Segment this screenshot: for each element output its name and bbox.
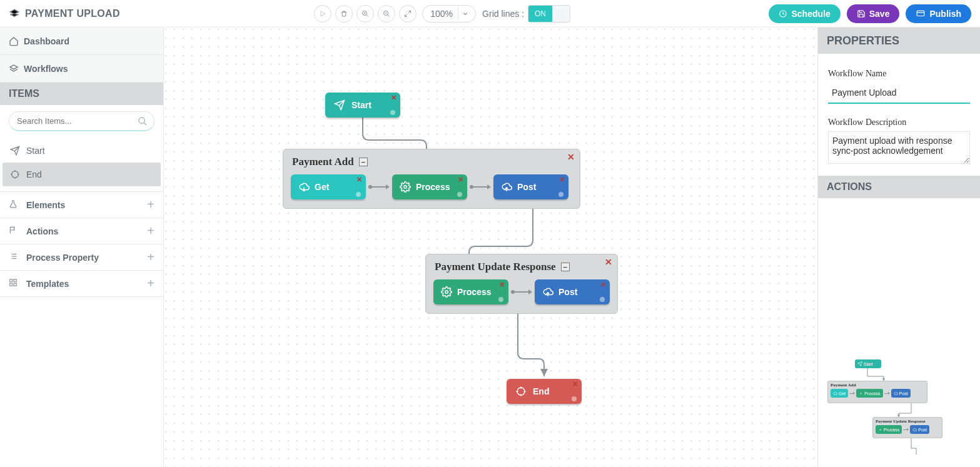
- close-icon[interactable]: ✕: [605, 257, 612, 267]
- home-icon: [9, 36, 19, 46]
- search-input-wrap: [9, 111, 154, 131]
- minimap[interactable]: Start Payment Add Get Process Post Payme…: [824, 354, 974, 461]
- workflow-name-label: Workflow Name: [828, 69, 970, 79]
- fullscreen-button[interactable]: [399, 5, 417, 23]
- svg-line-16: [144, 123, 146, 125]
- zoom-in-button[interactable]: [356, 5, 374, 23]
- svg-rect-30: [10, 283, 13, 286]
- play-button[interactable]: [314, 5, 331, 23]
- collapse-icon[interactable]: –: [561, 263, 570, 271]
- gear-icon: [441, 286, 452, 298]
- close-icon[interactable]: ✕: [458, 176, 463, 184]
- chevron-down-icon: [458, 7, 472, 21]
- svg-rect-28: [10, 279, 13, 282]
- step-get[interactable]: Get✕: [291, 174, 366, 199]
- zoom-select[interactable]: 100%: [422, 5, 476, 23]
- page-title: PAYMENT UPLOAD: [9, 8, 120, 19]
- items-title: ITEMS: [0, 83, 163, 105]
- close-icon[interactable]: ✕: [391, 94, 397, 102]
- acc-actions[interactable]: Actions+: [0, 218, 163, 244]
- node-end[interactable]: End ✕: [507, 379, 582, 404]
- search-input[interactable]: [16, 116, 138, 126]
- gear-icon: [400, 181, 411, 193]
- close-icon[interactable]: ✕: [559, 176, 565, 184]
- mm-group1: Payment Add Get Process Post: [827, 381, 927, 403]
- close-icon[interactable]: ✕: [567, 152, 575, 162]
- publish-icon: [916, 9, 926, 18]
- step-post[interactable]: Post✕: [493, 174, 568, 199]
- node-start[interactable]: Start ✕: [325, 93, 400, 118]
- svg-point-17: [12, 171, 19, 178]
- group-title: Payment Add–: [283, 149, 580, 171]
- edges-layer: [164, 28, 817, 467]
- workflow-desc-textarea[interactable]: [828, 131, 970, 164]
- svg-marker-0: [10, 9, 19, 14]
- search-icon: [138, 116, 148, 126]
- close-icon[interactable]: ✕: [572, 380, 578, 388]
- close-icon[interactable]: ✕: [499, 281, 505, 289]
- acc-process-property[interactable]: Process Property+: [0, 244, 163, 271]
- acc-elements[interactable]: Elements+: [0, 192, 163, 218]
- group-payment-update-response[interactable]: ✕ Payment Update Response– Process✕ Post…: [425, 254, 618, 314]
- palette-start[interactable]: Start: [3, 139, 161, 163]
- collapse-icon[interactable]: –: [359, 158, 368, 166]
- cloud-download-icon: [298, 181, 310, 193]
- minimap-edges: [824, 354, 974, 461]
- nav-workflows[interactable]: Workflows: [0, 55, 163, 83]
- acc-templates[interactable]: Templates+: [0, 271, 163, 297]
- svg-line-7: [388, 14, 390, 16]
- svg-point-15: [139, 118, 144, 123]
- zoom-out-button[interactable]: [378, 5, 395, 23]
- mm-group2: Payment Update Response Process Post: [872, 417, 942, 438]
- canvas[interactable]: Start ✕ ✕ Payment Add– Get✕ Process✕ Pos…: [164, 28, 817, 467]
- mm-node-start: Start: [855, 359, 881, 368]
- clock-icon: [779, 9, 787, 18]
- svg-marker-1: [321, 11, 325, 16]
- target-icon: [515, 386, 527, 397]
- properties-panel: PROPERTIES Workflow Name Workflow Descri…: [817, 28, 980, 467]
- gridlines-on: ON: [528, 6, 552, 22]
- send-icon: [10, 146, 20, 156]
- nav-dashboard[interactable]: Dashboard: [0, 28, 163, 55]
- flask-icon: [9, 199, 20, 210]
- step-post[interactable]: Post✕: [535, 279, 610, 304]
- properties-title: PROPERTIES: [818, 28, 980, 54]
- publish-button[interactable]: Publish: [906, 4, 971, 23]
- group-title: Payment Update Response–: [426, 254, 617, 276]
- schedule-button[interactable]: Schedule: [769, 4, 840, 23]
- group-payment-add[interactable]: ✕ Payment Add– Get✕ Process✕ Post✕: [283, 149, 580, 209]
- grid-icon: [9, 278, 20, 289]
- save-button[interactable]: Save: [847, 4, 900, 23]
- gridlines-off: [552, 6, 570, 22]
- svg-rect-29: [14, 279, 16, 282]
- arrow-icon: [470, 184, 491, 189]
- arrow-icon: [368, 184, 390, 189]
- list-icon: [9, 252, 20, 263]
- workflow-name-input[interactable]: [828, 83, 970, 104]
- flag-icon: [9, 226, 20, 236]
- palette-end[interactable]: End: [3, 163, 161, 186]
- gridlines-toggle[interactable]: ON: [528, 5, 570, 23]
- delete-button[interactable]: [335, 5, 353, 23]
- page-title-text: PAYMENT UPLOAD: [25, 8, 120, 19]
- step-process[interactable]: Process✕: [392, 174, 467, 199]
- send-icon: [334, 99, 345, 111]
- gridlines-label: Grid lines :: [482, 9, 524, 19]
- svg-line-9: [408, 11, 411, 13]
- svg-point-32: [404, 186, 407, 189]
- stack-icon: [9, 8, 20, 19]
- svg-marker-14: [10, 65, 18, 69]
- cloud-upload-icon: [542, 286, 553, 298]
- close-icon[interactable]: ✕: [600, 281, 606, 289]
- svg-point-34: [517, 388, 525, 395]
- step-process[interactable]: Process✕: [433, 279, 508, 304]
- svg-rect-31: [14, 283, 16, 286]
- arrow-icon: [511, 289, 532, 294]
- close-icon[interactable]: ✕: [356, 176, 362, 184]
- toolbar: PAYMENT UPLOAD 100% Grid lines : ON Sche…: [0, 0, 980, 28]
- zoom-value: 100%: [430, 9, 453, 19]
- stack-icon: [9, 64, 19, 74]
- sidebar: Dashboard Workflows ITEMS Start End Elem…: [0, 28, 164, 467]
- target-icon: [10, 169, 20, 179]
- actions-title: ACTIONS: [818, 176, 980, 198]
